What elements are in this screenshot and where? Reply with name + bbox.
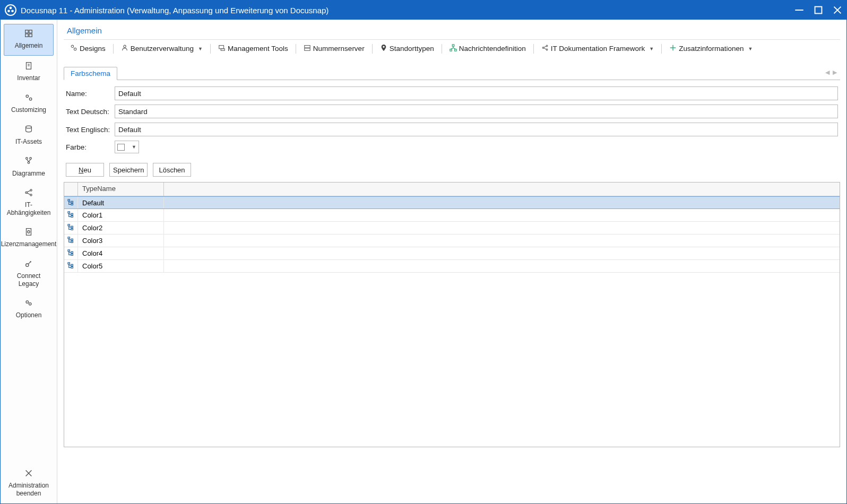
sidebar-item-label: Lizenzmanagement: [1, 240, 57, 248]
grid-header-indicator[interactable]: [64, 183, 78, 196]
text-de-label: Text Deutsch:: [66, 108, 115, 116]
hierarchy-icon: [67, 249, 75, 257]
toolbar-separator: [372, 44, 373, 54]
hierarchy-icon: [67, 262, 75, 270]
row-icon-cell: [64, 260, 78, 272]
svg-rect-42: [305, 48, 310, 50]
sidebar-item-label: Connect Legacy: [6, 272, 51, 288]
sidebar-item-it-assets[interactable]: IT-Assets: [4, 120, 54, 151]
chevron-down-icon: ▼: [649, 46, 654, 51]
tab-next-icon[interactable]: ▶: [833, 69, 837, 76]
svg-rect-73: [71, 267, 73, 268]
toolbar-item-zusatzinformationen[interactable]: Zusatzinformationen▼: [664, 42, 758, 55]
toolbar-icon: [218, 44, 226, 53]
minimize-button[interactable]: [794, 5, 804, 15]
row-icon-cell: [64, 222, 78, 234]
svg-point-16: [26, 126, 32, 128]
table-row[interactable]: Color2: [64, 222, 840, 234]
name-input[interactable]: [115, 86, 838, 100]
sidebar-item-diagramme[interactable]: Diagramme: [4, 152, 54, 183]
sidebar-exit-admin[interactable]: Administration beenden: [4, 464, 54, 502]
sidebar-item-optionen[interactable]: Optionen: [4, 294, 54, 325]
row-rest: [164, 247, 840, 259]
sidebar-item-allgemein[interactable]: Allgemein: [4, 24, 54, 56]
toolbar-icon: [669, 44, 677, 53]
sidebar-icon: [24, 124, 33, 135]
close-button[interactable]: [833, 5, 842, 15]
table-row[interactable]: Color4: [64, 247, 840, 260]
svg-point-23: [30, 189, 32, 191]
text-en-input[interactable]: [115, 123, 838, 136]
sidebar-item-inventar[interactable]: Inventar: [4, 57, 54, 88]
toolbar-item-standorttypen[interactable]: Standorttypen: [375, 42, 439, 55]
sidebar-item-it-abh-ngigkeiten[interactable]: IT-Abhängigkeiten: [4, 184, 54, 222]
toolbar-icon: [380, 44, 387, 53]
svg-line-25: [27, 190, 30, 192]
toolbar-separator: [113, 44, 114, 54]
maximize-button[interactable]: [814, 5, 823, 15]
svg-point-37: [74, 48, 76, 50]
svg-line-26: [27, 193, 30, 195]
grid-header-typename[interactable]: TypeName: [78, 183, 164, 196]
svg-point-15: [29, 98, 32, 100]
sidebar-item-lizenzmanagement[interactable]: Lizenzmanagement: [4, 223, 54, 254]
toolbar-item-designs[interactable]: Designs: [65, 42, 111, 55]
svg-line-20: [27, 159, 29, 162]
toolbar-item-nummernserver[interactable]: Nummernserver: [298, 42, 370, 55]
tab-farbschema[interactable]: Farbschema: [64, 67, 117, 80]
sidebar-item-label: IT-Assets: [15, 138, 42, 145]
tabstrip: Farbschema ◀ ▶: [64, 67, 840, 80]
svg-rect-7: [25, 30, 28, 33]
svg-rect-66: [71, 239, 73, 240]
svg-rect-60: [71, 213, 73, 215]
grid-body[interactable]: DefaultColor1Color2Color3Color4Color5: [64, 196, 840, 447]
table-row[interactable]: Color1: [64, 209, 840, 222]
row-typename: Color2: [78, 222, 164, 234]
page-title: Allgemein: [64, 24, 840, 39]
color-picker[interactable]: ▼: [115, 141, 139, 153]
svg-rect-65: [68, 237, 70, 239]
toolbar-item-it-dokumentation-framework[interactable]: IT Dokumentation Framework▼: [536, 42, 660, 55]
svg-rect-61: [71, 216, 73, 218]
tab-nav-arrows[interactable]: ◀ ▶: [825, 67, 840, 80]
form-area: Name: Text Deutsch: Text Englisch: Farbe…: [64, 80, 840, 162]
svg-rect-45: [454, 49, 456, 51]
toolbar-separator: [296, 44, 296, 54]
toolbar: DesignsBenutzerverwaltung▼Management Too…: [64, 39, 840, 57]
text-de-input[interactable]: [115, 105, 838, 118]
row-icon-cell: [64, 197, 78, 208]
chevron-down-icon: ▼: [748, 46, 753, 51]
sidebar-item-customizing[interactable]: Customizing: [4, 89, 54, 119]
sidebar-exit-label: Administration beenden: [6, 482, 51, 497]
toolbar-item-nachrichtendefinition[interactable]: Nachrichtendefinition: [444, 42, 531, 55]
toolbar-item-label: IT Dokumentation Framework: [551, 45, 645, 53]
svg-rect-62: [68, 224, 70, 226]
sidebar: AllgemeinInventarCustomizingIT-AssetsDia…: [1, 20, 57, 503]
table-row[interactable]: Default: [64, 196, 840, 209]
row-icon-cell: [64, 247, 78, 259]
sidebar-icon: [24, 259, 33, 270]
toolbar-item-label: Zusatzinformationen: [679, 45, 744, 53]
toolbar-item-label: Nummernserver: [313, 45, 365, 53]
tab-prev-icon[interactable]: ◀: [825, 69, 829, 76]
toolbar-icon: [541, 44, 549, 53]
svg-line-52: [543, 46, 546, 47]
svg-rect-44: [450, 49, 452, 51]
sidebar-item-label: Optionen: [16, 311, 42, 319]
sidebar-item-connect-legacy[interactable]: Connect Legacy: [4, 255, 54, 293]
svg-point-33: [29, 303, 31, 306]
toolbar-item-management-tools[interactable]: Management Tools: [213, 42, 293, 55]
table-row[interactable]: Color5: [64, 260, 840, 273]
toolbar-item-benutzerverwaltung[interactable]: Benutzerverwaltung▼: [116, 42, 208, 55]
svg-point-1: [7, 10, 10, 12]
loeschen-button[interactable]: Löschen: [153, 163, 191, 177]
speichern-button[interactable]: Speichern: [109, 163, 148, 177]
toolbar-icon: [450, 44, 457, 53]
hierarchy-icon: [67, 211, 75, 219]
svg-point-24: [30, 194, 32, 196]
table-row[interactable]: Color3: [64, 234, 840, 247]
neu-button[interactable]: Neu: [66, 163, 104, 177]
color-swatch: [117, 144, 125, 151]
row-rest: [164, 260, 840, 272]
svg-rect-67: [71, 241, 73, 243]
